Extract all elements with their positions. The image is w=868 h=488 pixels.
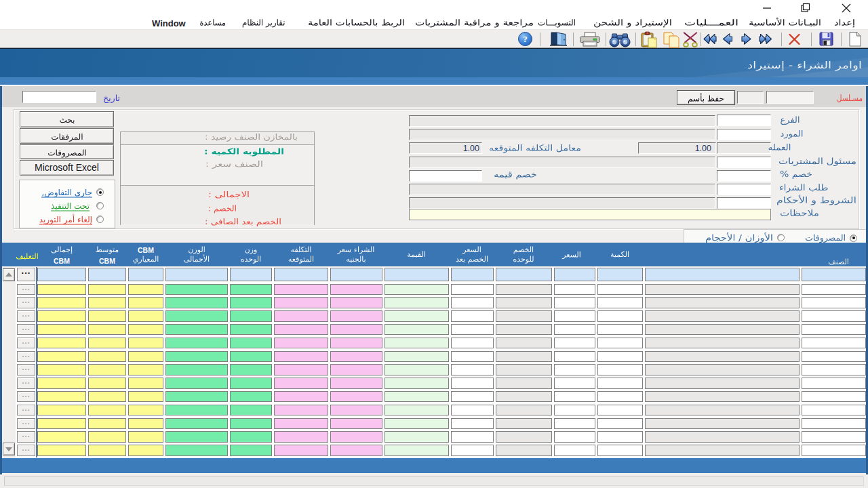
svg-text:?: ? [523, 34, 528, 44]
